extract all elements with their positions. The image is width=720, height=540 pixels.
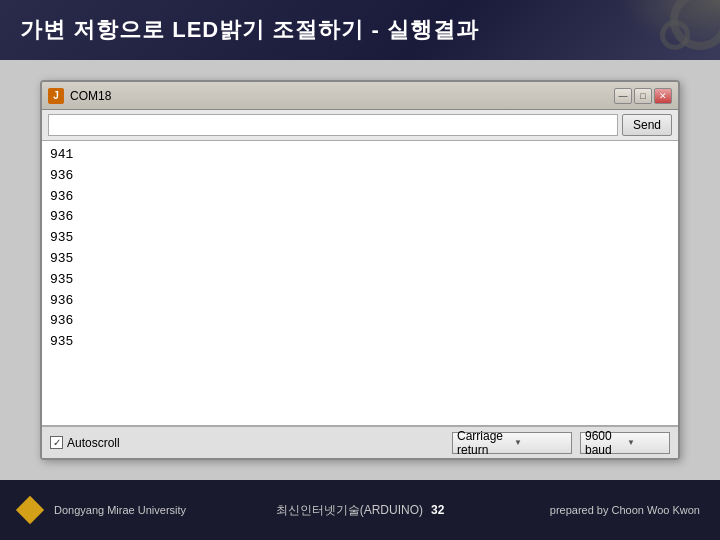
title-bar: J COM18 — □ ✕ xyxy=(42,82,678,110)
diamond-icon xyxy=(16,496,44,524)
footer-center: 최신인터넷기술(ARDUINO) 32 xyxy=(276,502,445,519)
gear-small-icon xyxy=(660,20,690,50)
serial-monitor-window: J COM18 — □ ✕ Send 941936936936935935935 xyxy=(40,80,680,460)
header-decoration xyxy=(620,0,720,60)
autoscroll-label: Autoscroll xyxy=(67,436,120,450)
output-line: 941 xyxy=(50,145,670,166)
output-line: 936 xyxy=(50,207,670,228)
course-label: 최신인터넷기술(ARDUINO) xyxy=(276,502,423,519)
output-line: 935 xyxy=(50,332,670,353)
java-icon: J xyxy=(48,88,64,104)
output-line: 935 xyxy=(50,228,670,249)
main-content: J COM18 — □ ✕ Send 941936936936935935935 xyxy=(0,60,720,480)
autoscroll-group: ✓ Autoscroll xyxy=(50,436,120,450)
autoscroll-checkbox[interactable]: ✓ xyxy=(50,436,63,449)
output-line: 935 xyxy=(50,270,670,291)
close-button[interactable]: ✕ xyxy=(654,88,672,104)
dropdown-arrow-icon: ▼ xyxy=(514,438,567,447)
baud-rate-dropdown[interactable]: 9600 baud ▼ xyxy=(580,432,670,454)
carriage-return-dropdown[interactable]: Carriage return ▼ xyxy=(452,432,572,454)
prepared-by-label: prepared by Choon Woo Kwon xyxy=(550,504,700,516)
output-line: 936 xyxy=(50,311,670,332)
footer: Dongyang Mirae University 최신인터넷기술(ARDUIN… xyxy=(0,480,720,540)
university-label: Dongyang Mirae University xyxy=(54,504,186,516)
serial-input[interactable] xyxy=(48,114,618,136)
output-line: 935 xyxy=(50,249,670,270)
output-area[interactable]: 941936936936935935935936936935 xyxy=(42,141,678,426)
restore-button[interactable]: □ xyxy=(634,88,652,104)
baud-rate-label: 9600 baud xyxy=(585,429,623,457)
footer-right: prepared by Choon Woo Kwon xyxy=(550,504,700,516)
send-button[interactable]: Send xyxy=(622,114,672,136)
window-title: COM18 xyxy=(70,89,614,103)
page-number: 32 xyxy=(431,503,444,517)
header-title: 가변 저항으로 LED밝기 조절하기 - 실행결과 xyxy=(20,15,479,45)
input-bar: Send xyxy=(42,110,678,141)
output-line: 936 xyxy=(50,166,670,187)
baud-dropdown-arrow-icon: ▼ xyxy=(627,438,665,447)
header: 가변 저항으로 LED밝기 조절하기 - 실행결과 xyxy=(0,0,720,60)
bottom-bar: ✓ Autoscroll Carriage return ▼ 9600 baud… xyxy=(42,426,678,458)
gear-icon xyxy=(670,0,720,50)
minimize-button[interactable]: — xyxy=(614,88,632,104)
title-bar-buttons: — □ ✕ xyxy=(614,88,672,104)
output-line: 936 xyxy=(50,291,670,312)
output-line: 936 xyxy=(50,187,670,208)
footer-left: Dongyang Mirae University xyxy=(20,500,186,520)
carriage-return-label: Carriage return xyxy=(457,429,510,457)
